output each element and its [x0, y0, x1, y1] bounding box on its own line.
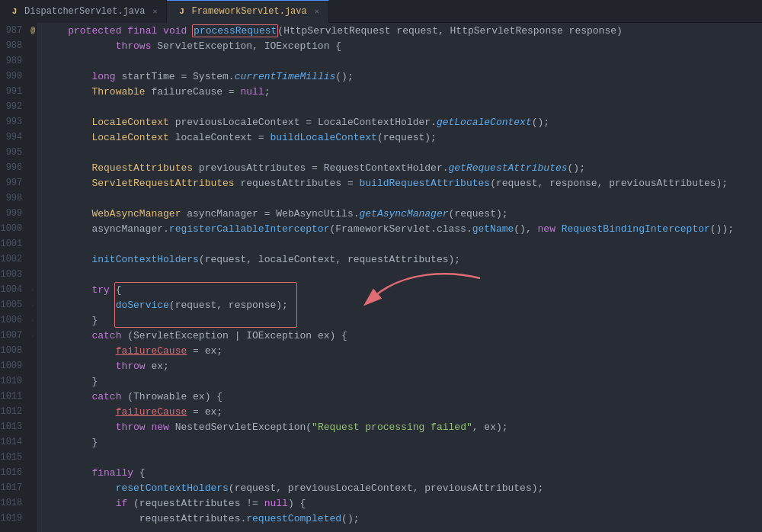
java-icon: J	[9, 6, 20, 17]
code-line-999: WebAsyncManager asyncManager = WebAsyncU…	[44, 206, 762, 221]
code-area: 987@ 988 989 990 991 992 993 994 995 996…	[0, 23, 762, 532]
code-line-1010: }	[44, 373, 762, 389]
code-line-988: throws ServletException, IOException {	[44, 38, 762, 53]
code-line-1011: catch (Throwable ex) {	[44, 389, 762, 404]
code-line-1001	[44, 236, 762, 252]
code-line-997: ServletRequestAttributes requestAttribut…	[44, 175, 762, 191]
code-line-1015	[44, 450, 762, 465]
code-line-1004: try {	[44, 282, 762, 297]
tab-close-icon[interactable]: ✕	[152, 7, 157, 16]
code-line-1007: catch (ServletException | IOException ex…	[44, 328, 762, 343]
tab-bar: J DispatcherServlet.java ✕ J FrameworkSe…	[0, 0, 762, 23]
code-lines[interactable]: protected final void processRequest(Http…	[38, 23, 762, 532]
code-line-1018: if (requestAttributes != null) {	[44, 495, 762, 511]
code-line-1013: throw new NestedServletException("Reques…	[44, 419, 762, 434]
code-line-1003	[44, 267, 762, 282]
code-line-1017: resetContextHolders(request, previousLoc…	[44, 480, 762, 495]
tab-close-icon-2[interactable]: ✕	[315, 7, 319, 16]
code-line-995	[44, 145, 762, 160]
code-line-990: long startTime = System.currentTimeMilli…	[44, 69, 762, 84]
code-line-1019: requestAttributes.requestCompleted();	[44, 511, 762, 526]
gutter: 987@ 988 989 990 991 992 993 994 995 996…	[0, 23, 38, 532]
tab-dispatcher[interactable]: J DispatcherServlet.java ✕	[0, 0, 167, 23]
code-line-1008: failureCause = ex;	[44, 343, 762, 358]
code-line-1012: failureCause = ex;	[44, 404, 762, 419]
java-icon-2: J	[176, 6, 187, 17]
code-line-1000: asyncManager.registerCallableInterceptor…	[44, 221, 762, 236]
code-line-1005: doService(request, response);	[44, 297, 762, 312]
code-line-992	[44, 99, 762, 114]
code-line-998	[44, 191, 762, 206]
code-line-1002: initContextHolders(request, localeContex…	[44, 252, 762, 267]
tab-framework-label: FrameworkServlet.java	[191, 6, 306, 17]
tab-framework[interactable]: J FrameworkServlet.java ✕	[167, 0, 328, 23]
code-line-993: LocaleContext previousLocaleContext = Lo…	[44, 114, 762, 130]
code-line-987: protected final void processRequest(Http…	[44, 23, 762, 38]
code-line-1014: }	[44, 434, 762, 450]
code-line-996: RequestAttributes previousAttributes = R…	[44, 160, 762, 175]
tab-dispatcher-label: DispatcherServlet.java	[24, 6, 145, 17]
code-line-989	[44, 53, 762, 69]
code-line-994: LocaleContext localeContext = buildLocal…	[44, 130, 762, 145]
code-line-1016: finally {	[44, 465, 762, 480]
code-line-1006: }	[44, 312, 762, 328]
code-line-1009: throw ex;	[44, 358, 762, 373]
code-line-991: Throwable failureCause = null;	[44, 84, 762, 99]
